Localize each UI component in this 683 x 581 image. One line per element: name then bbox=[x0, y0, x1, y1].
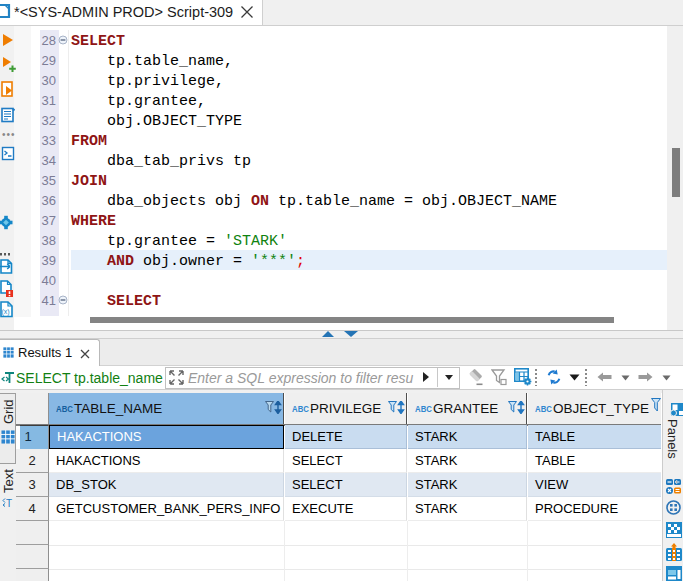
svg-text:T: T bbox=[6, 498, 12, 509]
svg-text:(x): (x) bbox=[2, 308, 10, 316]
